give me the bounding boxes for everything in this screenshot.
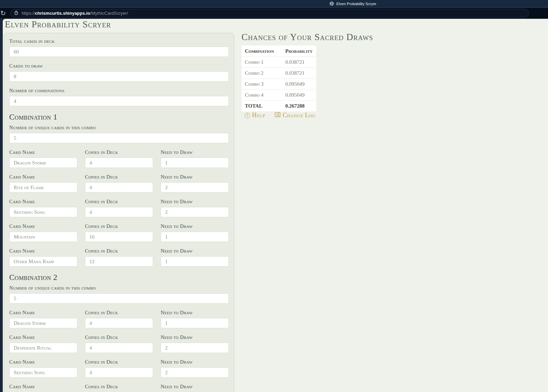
need-input[interactable] (161, 232, 229, 242)
copies-input[interactable] (85, 207, 153, 217)
card-name-label: Card Name (9, 384, 77, 389)
need-input[interactable] (161, 318, 229, 328)
results-title: Chances of Your Sacred Draws (241, 32, 373, 42)
copies-input[interactable] (85, 367, 153, 378)
need-field: Need to Draw (161, 384, 229, 392)
combination-header: Combination (241, 46, 282, 57)
results-table: Combination Probability Combo 1 0.038721… (241, 46, 316, 111)
address-bar[interactable]: https://chrismcurtis.shinyapps.io/Mythic… (10, 9, 529, 17)
card-name-label: Card Name (9, 199, 77, 204)
result-probability: 0.038721 (282, 68, 316, 79)
card-name-label: Card Name (9, 174, 77, 180)
results-total-row: TOTAL 0.267288 (241, 101, 316, 112)
card-name-input[interactable] (9, 343, 77, 353)
card-name-input[interactable] (9, 232, 77, 242)
cards-to-draw-input[interactable] (9, 71, 229, 82)
result-probability: 0.038721 (282, 57, 316, 68)
need-label: Need to Draw (161, 199, 229, 204)
need-label: Need to Draw (161, 248, 229, 254)
unique-cards-label: Number of unique cards in this combo (9, 125, 229, 130)
unique-cards-input[interactable] (9, 133, 229, 143)
changelog-label: Change Log (283, 112, 316, 119)
copies-field: Copies in Deck (85, 359, 153, 378)
probability-header: Probability (282, 46, 316, 57)
copies-input[interactable] (85, 182, 153, 193)
need-label: Need to Draw (161, 150, 229, 155)
need-field: Need to Draw (161, 224, 229, 242)
need-label: Need to Draw (161, 335, 229, 340)
need-input[interactable] (161, 256, 229, 267)
copies-label: Copies in Deck (85, 335, 153, 340)
need-label: Need to Draw (161, 359, 229, 365)
copies-input[interactable] (85, 343, 153, 353)
card-name-input[interactable] (9, 318, 77, 328)
copies-field: Copies in Deck (85, 199, 153, 217)
card-name-input[interactable] (9, 207, 77, 217)
globe-icon (329, 1, 334, 6)
num-combinations-input[interactable] (9, 96, 229, 106)
circle-question-icon: ? (245, 113, 250, 118)
card-name-field: Card Name (9, 310, 77, 328)
need-label: Need to Draw (161, 384, 229, 389)
need-input[interactable] (161, 207, 229, 217)
unique-cards-label: Number of unique cards in this combo (9, 285, 229, 291)
card-name-input[interactable] (9, 256, 77, 267)
page-title: Elven Probability Scryer (5, 19, 111, 30)
need-input[interactable] (161, 182, 229, 193)
field-label: Total cards in deck (9, 39, 229, 44)
combinations-container: Combination 1 Number of unique cards in … (9, 113, 229, 392)
card-name-field: Card Name (9, 359, 77, 378)
need-label: Need to Draw (161, 224, 229, 229)
need-field: Need to Draw (161, 310, 229, 328)
url-domain: chrismcurtis.shinyapps.io (35, 11, 90, 16)
need-input[interactable] (161, 158, 229, 168)
card-name-input[interactable] (9, 367, 77, 378)
card-name-field: Card Name (9, 224, 77, 242)
total-label: TOTAL (241, 101, 282, 112)
card-name-field: Card Name (9, 384, 77, 392)
field-unique-cards: Number of unique cards in this combo (9, 125, 229, 143)
page-content: Elven Probability Scryer Total cards in … (3, 19, 548, 392)
total-cards-input[interactable] (9, 47, 229, 57)
url-protocol: https:// (22, 11, 35, 16)
card-row: Card Name Copies in Deck Need to Draw (9, 384, 229, 392)
changelog-link[interactable]: Change Log (275, 112, 316, 119)
need-input[interactable] (161, 367, 229, 378)
copies-label: Copies in Deck (85, 384, 153, 389)
card-row: Card Name Copies in Deck Need to Draw (9, 199, 229, 217)
url-text: https://chrismcurtis.shinyapps.io/Mythic… (22, 11, 128, 16)
results-tbody: Combo 1 0.038721 Combo 2 0.038721 Combo … (241, 57, 316, 101)
browser-url-row: ↻ https://chrismcurtis.shinyapps.io/Myth… (0, 8, 548, 19)
help-link[interactable]: ? Help (245, 112, 265, 119)
lock-icon (14, 10, 18, 16)
result-row: Combo 3 0.095049 (241, 79, 316, 90)
need-input[interactable] (161, 343, 229, 353)
copies-input[interactable] (85, 232, 153, 242)
reload-icon[interactable]: ↻ (0, 8, 8, 18)
copies-input[interactable] (85, 158, 153, 168)
result-probability: 0.095049 (282, 79, 316, 90)
copies-field: Copies in Deck (85, 384, 153, 392)
copies-label: Copies in Deck (85, 359, 153, 365)
result-combination: Combo 1 (241, 57, 282, 68)
copies-field: Copies in Deck (85, 150, 153, 168)
browser-tab[interactable]: Elven Probability Scryer (329, 0, 376, 7)
card-name-input[interactable] (9, 182, 77, 193)
url-path: /MythicCardScryer/ (90, 11, 128, 16)
copies-input[interactable] (85, 318, 153, 328)
card-row: Card Name Copies in Deck Need to Draw (9, 335, 229, 353)
need-field: Need to Draw (161, 335, 229, 353)
copies-label: Copies in Deck (85, 150, 153, 155)
result-combination: Combo 3 (241, 79, 282, 90)
copies-label: Copies in Deck (85, 224, 153, 229)
total-value: 0.267288 (282, 101, 316, 112)
copies-field: Copies in Deck (85, 248, 153, 267)
card-name-label: Card Name (9, 359, 77, 365)
copies-input[interactable] (85, 256, 153, 267)
card-row: Card Name Copies in Deck Need to Draw (9, 150, 229, 168)
need-label: Need to Draw (161, 310, 229, 315)
card-name-label: Card Name (9, 248, 77, 254)
unique-cards-input[interactable] (9, 293, 229, 304)
card-name-input[interactable] (9, 158, 77, 168)
card-name-field: Card Name (9, 199, 77, 217)
